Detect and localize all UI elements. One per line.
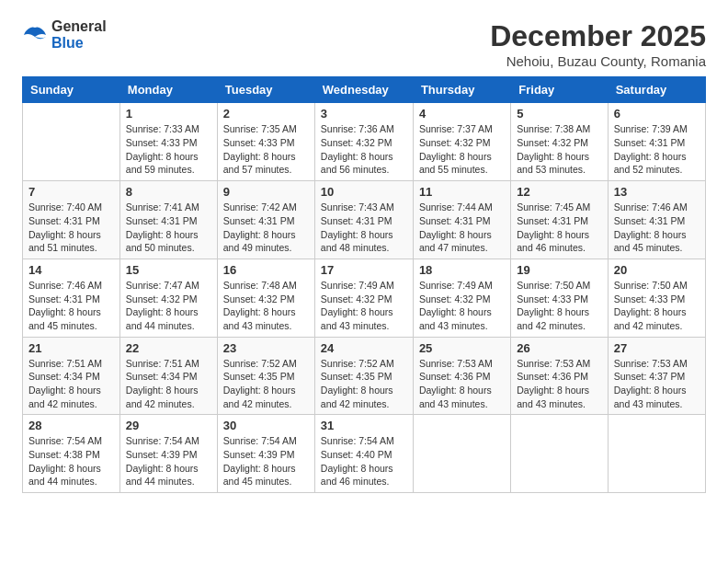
day-number: 23	[223, 341, 309, 355]
day-number: 17	[321, 263, 407, 277]
day-number: 21	[28, 341, 114, 355]
calendar-header-sunday: Sunday	[23, 77, 120, 103]
sunrise-text: Sunrise: 7:50 AM	[614, 280, 688, 291]
sunset-text: Sunset: 4:31 PM	[517, 215, 588, 226]
calendar-cell: 10Sunrise: 7:43 AMSunset: 4:31 PMDayligh…	[314, 181, 413, 259]
day-number: 1	[126, 107, 211, 121]
daylight-text: Daylight: 8 hours and 46 minutes.	[321, 463, 393, 488]
day-number: 2	[223, 107, 309, 121]
sunset-text: Sunset: 4:36 PM	[419, 371, 491, 382]
calendar-cell	[511, 415, 608, 493]
calendar-cell: 19Sunrise: 7:50 AMSunset: 4:33 PMDayligh…	[511, 259, 608, 337]
calendar-cell: 29Sunrise: 7:54 AMSunset: 4:39 PMDayligh…	[119, 415, 217, 493]
day-number: 16	[223, 263, 309, 277]
day-number: 8	[126, 185, 211, 199]
day-info: Sunrise: 7:49 AMSunset: 4:32 PMDaylight:…	[419, 279, 505, 333]
sunset-text: Sunset: 4:32 PM	[419, 293, 491, 304]
calendar-week-row: 21Sunrise: 7:51 AMSunset: 4:34 PMDayligh…	[23, 337, 706, 415]
day-info: Sunrise: 7:51 AMSunset: 4:34 PMDaylight:…	[28, 357, 114, 411]
day-number: 9	[223, 185, 309, 199]
day-number: 28	[28, 419, 114, 432]
day-number: 31	[321, 419, 407, 432]
sunset-text: Sunset: 4:34 PM	[126, 371, 198, 382]
sunrise-text: Sunrise: 7:40 AM	[28, 201, 102, 213]
day-info: Sunrise: 7:51 AMSunset: 4:34 PMDaylight:…	[126, 357, 211, 411]
calendar-cell: 24Sunrise: 7:52 AMSunset: 4:35 PMDayligh…	[314, 337, 413, 415]
sunrise-text: Sunrise: 7:42 AM	[223, 201, 297, 213]
sunrise-text: Sunrise: 7:35 AM	[223, 123, 297, 134]
sunset-text: Sunset: 4:34 PM	[28, 371, 100, 382]
daylight-text: Daylight: 8 hours and 49 minutes.	[223, 229, 296, 254]
day-number: 20	[614, 263, 700, 277]
calendar-cell: 5Sunrise: 7:38 AMSunset: 4:32 PMDaylight…	[511, 103, 608, 181]
calendar-header-tuesday: Tuesday	[217, 77, 314, 103]
sunrise-text: Sunrise: 7:49 AM	[419, 280, 493, 291]
day-info: Sunrise: 7:52 AMSunset: 4:35 PMDaylight:…	[223, 357, 309, 411]
calendar-cell: 27Sunrise: 7:53 AMSunset: 4:37 PMDayligh…	[608, 337, 705, 415]
sunrise-text: Sunrise: 7:50 AM	[517, 280, 590, 291]
day-info: Sunrise: 7:49 AMSunset: 4:32 PMDaylight:…	[321, 279, 407, 333]
sunrise-text: Sunrise: 7:48 AM	[223, 280, 297, 291]
daylight-text: Daylight: 8 hours and 48 minutes.	[321, 229, 393, 254]
day-number: 12	[517, 185, 601, 199]
sunrise-text: Sunrise: 7:47 AM	[126, 280, 199, 291]
logo-general: General	[51, 18, 107, 34]
calendar-week-row: 7Sunrise: 7:40 AMSunset: 4:31 PMDaylight…	[23, 181, 706, 259]
sunset-text: Sunset: 4:40 PM	[321, 449, 392, 460]
day-number: 3	[321, 107, 407, 121]
sunset-text: Sunset: 4:31 PM	[614, 137, 686, 148]
daylight-text: Daylight: 8 hours and 42 minutes.	[126, 385, 199, 409]
calendar-week-row: 14Sunrise: 7:46 AMSunset: 4:31 PMDayligh…	[23, 259, 706, 337]
daylight-text: Daylight: 8 hours and 43 minutes.	[321, 306, 393, 331]
calendar-cell: 7Sunrise: 7:40 AMSunset: 4:31 PMDaylight…	[23, 181, 120, 259]
sunset-text: Sunset: 4:31 PM	[419, 215, 491, 226]
calendar-cell: 4Sunrise: 7:37 AMSunset: 4:32 PMDaylight…	[413, 103, 510, 181]
sunset-text: Sunset: 4:32 PM	[517, 137, 588, 148]
calendar-cell: 16Sunrise: 7:48 AMSunset: 4:32 PMDayligh…	[217, 259, 314, 337]
day-info: Sunrise: 7:54 AMSunset: 4:39 PMDaylight:…	[223, 434, 309, 488]
calendar-cell: 8Sunrise: 7:41 AMSunset: 4:31 PMDaylight…	[119, 181, 217, 259]
calendar-header-row: SundayMondayTuesdayWednesdayThursdayFrid…	[23, 77, 706, 103]
day-number: 26	[517, 341, 601, 355]
day-info: Sunrise: 7:50 AMSunset: 4:33 PMDaylight:…	[614, 279, 700, 333]
logo-blue: Blue	[51, 35, 84, 51]
sunset-text: Sunset: 4:33 PM	[223, 137, 295, 148]
sunset-text: Sunset: 4:37 PM	[614, 371, 686, 382]
sunrise-text: Sunrise: 7:37 AM	[419, 123, 493, 134]
logo-text: General Blue	[51, 18, 107, 52]
sunrise-text: Sunrise: 7:39 AM	[614, 123, 688, 134]
calendar-cell: 26Sunrise: 7:53 AMSunset: 4:36 PMDayligh…	[511, 337, 608, 415]
sunrise-text: Sunrise: 7:38 AM	[517, 123, 590, 134]
calendar-cell: 30Sunrise: 7:54 AMSunset: 4:39 PMDayligh…	[217, 415, 314, 493]
sunrise-text: Sunrise: 7:49 AM	[321, 280, 394, 291]
day-info: Sunrise: 7:43 AMSunset: 4:31 PMDaylight:…	[321, 201, 407, 255]
sunrise-text: Sunrise: 7:45 AM	[517, 201, 590, 213]
calendar-header-thursday: Thursday	[413, 77, 510, 103]
sunset-text: Sunset: 4:32 PM	[321, 293, 392, 304]
sunset-text: Sunset: 4:32 PM	[223, 293, 295, 304]
daylight-text: Daylight: 8 hours and 42 minutes.	[28, 385, 101, 409]
daylight-text: Daylight: 8 hours and 43 minutes.	[223, 306, 296, 331]
calendar-header-saturday: Saturday	[608, 77, 705, 103]
sunset-text: Sunset: 4:38 PM	[28, 449, 100, 460]
sunrise-text: Sunrise: 7:53 AM	[614, 358, 688, 369]
sunrise-text: Sunrise: 7:41 AM	[126, 201, 199, 213]
day-info: Sunrise: 7:37 AMSunset: 4:32 PMDaylight:…	[419, 122, 505, 177]
sunset-text: Sunset: 4:32 PM	[321, 137, 392, 148]
sunrise-text: Sunrise: 7:51 AM	[126, 358, 199, 369]
day-number: 4	[419, 107, 505, 121]
calendar-header-wednesday: Wednesday	[314, 77, 413, 103]
calendar-cell: 28Sunrise: 7:54 AMSunset: 4:38 PMDayligh…	[23, 415, 120, 493]
calendar-week-row: 28Sunrise: 7:54 AMSunset: 4:38 PMDayligh…	[23, 415, 706, 493]
day-info: Sunrise: 7:39 AMSunset: 4:31 PMDaylight:…	[614, 122, 700, 177]
sunset-text: Sunset: 4:32 PM	[126, 293, 198, 304]
day-info: Sunrise: 7:36 AMSunset: 4:32 PMDaylight:…	[321, 122, 407, 177]
sunset-text: Sunset: 4:31 PM	[126, 215, 198, 226]
calendar-cell: 14Sunrise: 7:46 AMSunset: 4:31 PMDayligh…	[23, 259, 120, 337]
day-info: Sunrise: 7:54 AMSunset: 4:40 PMDaylight:…	[321, 434, 407, 488]
sunset-text: Sunset: 4:33 PM	[614, 293, 686, 304]
day-number: 25	[419, 341, 505, 355]
day-number: 5	[517, 107, 601, 121]
calendar-cell: 15Sunrise: 7:47 AMSunset: 4:32 PMDayligh…	[119, 259, 217, 337]
sunset-text: Sunset: 4:31 PM	[28, 215, 100, 226]
